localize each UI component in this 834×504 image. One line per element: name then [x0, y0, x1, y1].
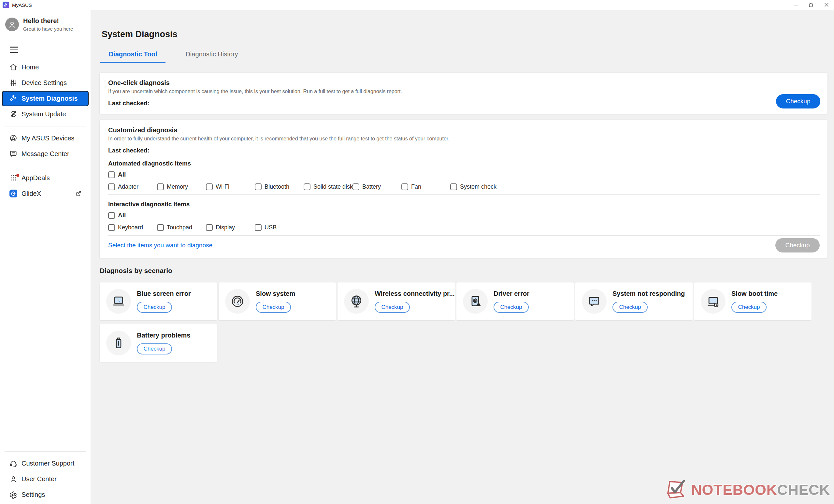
checkbox-all-interactive[interactable] — [108, 212, 115, 219]
not-responding-icon — [587, 294, 601, 308]
sidebar-item-user-center[interactable]: User Center — [2, 472, 89, 487]
automated-items-title: Automated diagnostic items — [108, 160, 820, 167]
my-asus-devices-icon — [9, 134, 18, 143]
window-titlebar: MyASUS — [0, 0, 834, 10]
checkbox-item-display[interactable]: Display — [206, 224, 255, 231]
one-click-title: One-click diagnosis — [108, 79, 820, 87]
checkbox-item-system-check[interactable]: System check — [450, 183, 499, 190]
svg-text::(: :( — [117, 298, 120, 302]
checkbox-item-keyboard[interactable]: Keyboard — [108, 224, 157, 231]
page-title: System Diagnosis — [102, 29, 828, 39]
scenario-card-slow-system: Slow system Checkup — [219, 282, 336, 320]
checkbox-item-battery[interactable]: Battery — [352, 183, 401, 190]
checkup-button[interactable]: Checkup — [256, 302, 291, 313]
divider — [108, 235, 820, 236]
menu-icon[interactable] — [10, 47, 18, 53]
checkbox[interactable] — [255, 183, 262, 190]
checkbox-item-wi-fi[interactable]: Wi-Fi — [206, 183, 255, 190]
device-settings-icon — [9, 79, 18, 87]
window-title: MyASUS — [12, 2, 32, 8]
sidebar-item-system-update[interactable]: System Update — [2, 107, 89, 122]
external-link-icon — [75, 190, 82, 197]
checkup-button[interactable]: Checkup — [375, 302, 410, 313]
checkbox[interactable] — [108, 224, 115, 231]
scenario-card-blue-screen-error: :( Blue screen error Checkup — [100, 282, 217, 320]
sidebar-item-customer-support[interactable]: Customer Support — [2, 456, 89, 471]
sidebar-item-home[interactable]: Home — [2, 60, 89, 75]
system-diagnosis-icon — [9, 94, 18, 103]
watermark-text-check: CHECK — [777, 482, 830, 499]
wireless-icon — [349, 294, 364, 308]
checkbox-item-usb[interactable]: USB — [255, 224, 304, 231]
sidebar-divider — [4, 451, 86, 452]
slow-boot-icon — [706, 294, 720, 308]
blue-screen-icon: :( — [111, 294, 126, 308]
tab-diagnostic-tool[interactable]: Diagnostic Tool — [100, 50, 166, 63]
sidebar: Hello there! Great to have you here Home… — [0, 10, 91, 504]
last-checked-label: Last checked: — [108, 100, 820, 107]
checkbox[interactable] — [108, 183, 115, 190]
one-click-description: If you are uncertain which component is … — [108, 89, 820, 94]
checkbox-item-memory[interactable]: Memory — [157, 183, 206, 190]
checkbox-item-adapter[interactable]: Adapter — [108, 183, 157, 190]
notebookcheck-logo-icon — [665, 479, 690, 501]
sidebar-item-system-diagnosis[interactable]: System Diagnosis — [2, 91, 89, 106]
checkup-button-disabled[interactable]: Checkup — [775, 238, 820, 253]
checkbox[interactable] — [157, 183, 164, 190]
scenario-card-system-not-responding: System not responding Checkup — [575, 282, 693, 320]
restore-button[interactable] — [804, 0, 819, 10]
greeting-subtitle: Great to have you here — [23, 26, 73, 31]
sidebar-item-appdeals[interactable]: AppDeals — [2, 170, 89, 186]
user-center-icon — [9, 475, 18, 483]
sidebar-item-settings[interactable]: Settings — [2, 487, 89, 502]
battery-icon — [111, 336, 126, 350]
checkup-button[interactable]: Checkup — [776, 94, 820, 109]
checkbox[interactable] — [255, 224, 262, 231]
checkbox-item-fan[interactable]: Fan — [401, 183, 450, 190]
checkbox[interactable] — [157, 224, 164, 231]
sidebar-item-glidex[interactable]: GlideX — [2, 186, 89, 201]
sidebar-item-message-center[interactable]: Message Center — [2, 146, 89, 161]
checkbox-item-solid-state-disk[interactable]: Solid state disk — [304, 183, 352, 190]
minimize-button[interactable] — [788, 0, 804, 10]
myasus-logo-icon — [3, 2, 9, 8]
user-greeting[interactable]: Hello there! Great to have you here — [0, 10, 91, 31]
divider — [108, 195, 820, 195]
checkbox-all-label: All — [118, 171, 126, 178]
scenario-card-battery-problems: Battery problems Checkup — [100, 324, 217, 362]
scenario-card-slow-boot-time: Slow boot time Checkup — [694, 282, 812, 320]
checkbox[interactable] — [450, 183, 457, 190]
notification-dot — [16, 174, 19, 177]
one-click-diagnosis-panel: One-click diagnosis If you are uncertain… — [100, 73, 828, 114]
notebookcheck-watermark: NOTEBOOKCHECK — [665, 479, 830, 501]
checkbox[interactable] — [304, 183, 310, 190]
sidebar-item-device-settings[interactable]: Device Settings — [2, 75, 89, 91]
checkbox-item-touchpad[interactable]: Touchpad — [157, 224, 206, 231]
checkup-button[interactable]: Checkup — [137, 302, 172, 313]
watermark-text-notebook: NOTEBOOK — [691, 482, 777, 499]
system-update-icon — [9, 110, 18, 118]
avatar — [5, 18, 19, 31]
checkup-button[interactable]: Checkup — [137, 343, 172, 354]
checkbox[interactable] — [206, 224, 213, 231]
home-icon — [9, 63, 18, 71]
checkbox[interactable] — [401, 183, 408, 190]
checkbox-item-bluetooth[interactable]: Bluetooth — [255, 183, 304, 190]
interactive-items-title: Interactive diagnostic items — [108, 201, 820, 208]
sidebar-divider — [4, 166, 86, 166]
customized-title: Customized diagnosis — [108, 126, 820, 134]
checkup-button[interactable]: Checkup — [731, 302, 767, 313]
customized-description: In order to fully understand the current… — [108, 136, 820, 142]
checkbox-all-automated[interactable] — [108, 171, 115, 178]
checkbox[interactable] — [352, 183, 359, 190]
customized-diagnosis-panel: Customized diagnosis In order to fully u… — [100, 120, 828, 258]
checkup-button[interactable]: Checkup — [493, 302, 529, 313]
checkup-button[interactable]: Checkup — [613, 302, 648, 313]
checkbox[interactable] — [206, 183, 213, 190]
greeting-title: Hello there! — [23, 17, 73, 25]
tab-diagnostic-history[interactable]: Diagnostic History — [179, 50, 244, 63]
select-items-link[interactable]: Select the items you want to diagnose — [108, 242, 213, 249]
scenario-card-driver-error: Driver error Checkup — [456, 282, 574, 320]
sidebar-item-my-asus-devices[interactable]: My ASUS Devices — [2, 131, 89, 146]
close-button[interactable] — [819, 0, 834, 10]
